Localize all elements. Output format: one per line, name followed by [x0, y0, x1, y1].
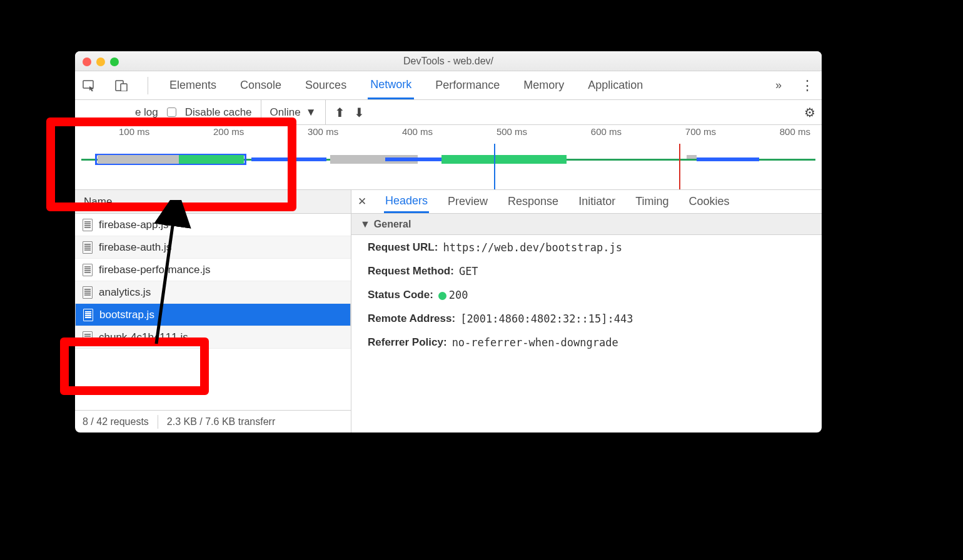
request-name: firebase-performance.js	[99, 264, 211, 276]
kv-value: 200	[438, 289, 468, 301]
kv-remote-address: Remote Address:[2001:4860:4802:32::15]:4…	[368, 312, 805, 325]
status-bar: 8 / 42 requests 2.3 KB / 7.6 KB transfer…	[75, 410, 351, 432]
tab-elements[interactable]: Elements	[167, 72, 219, 98]
request-name: firebase-app.js	[99, 219, 169, 231]
tick-label: 100 ms	[119, 126, 149, 137]
file-icon	[83, 264, 93, 276]
svg-rect-0	[83, 81, 93, 88]
request-name: firebase-auth.js	[99, 241, 171, 254]
throttle-select[interactable]: Online ▼	[261, 100, 326, 124]
window-titlebar: DevTools - web.dev/	[75, 51, 822, 71]
disable-cache-checkbox[interactable]	[167, 108, 176, 117]
detail-pane: ✕ Headers Preview Response Initiator Tim…	[351, 190, 822, 432]
upload-har-icon[interactable]: ⬆	[335, 105, 345, 120]
chevron-down-icon: ▼	[306, 106, 316, 119]
tick-label: 200 ms	[213, 126, 244, 137]
svg-rect-2	[121, 84, 127, 91]
request-row[interactable]: firebase-auth.js	[75, 236, 351, 259]
kv-key: Request URL:	[368, 241, 438, 254]
kv-referrer-policy: Referrer Policy:no-referrer-when-downgra…	[368, 336, 805, 349]
general-kv-list: Request URL:https://web.dev/bootstrap.js…	[351, 235, 822, 355]
kv-key: Remote Address:	[368, 312, 455, 325]
request-row[interactable]: analytics.js	[75, 281, 351, 304]
status-requests: 8 / 42 requests	[83, 416, 149, 428]
overview-timeline[interactable]: 100 ms 200 ms 300 ms 400 ms 500 ms 600 m…	[75, 125, 822, 190]
file-icon	[83, 309, 93, 321]
detail-tab-headers[interactable]: Headers	[384, 191, 429, 213]
device-toolbar-icon[interactable]	[115, 80, 129, 91]
request-row-selected[interactable]: bootstrap.js	[75, 304, 351, 326]
request-name: bootstrap.js	[99, 309, 154, 321]
kv-request-url: Request URL:https://web.dev/bootstrap.js	[368, 241, 805, 254]
detail-tab-bar: ✕ Headers Preview Response Initiator Tim…	[351, 190, 822, 214]
maximize-window-icon[interactable]	[110, 58, 119, 66]
file-icon	[83, 241, 93, 254]
download-har-icon[interactable]: ⬇	[354, 105, 365, 120]
gear-icon[interactable]: ⚙	[804, 105, 815, 120]
close-window-icon[interactable]	[83, 58, 91, 66]
tick-label: 800 ms	[780, 126, 810, 137]
network-toolbar: ●●●●●●● e log Disable cache Online ▼ ⬆ ⬇…	[75, 100, 822, 125]
window-title: DevTools - web.dev/	[403, 56, 493, 67]
kv-request-method: Request Method:GET	[368, 265, 805, 278]
status-transfer: 2.3 KB / 7.6 KB transferr	[167, 416, 275, 428]
disable-cache-label: Disable cache	[185, 106, 252, 119]
request-name: analytics.js	[99, 286, 151, 299]
kv-value: GET	[459, 265, 478, 278]
tab-application[interactable]: Application	[585, 72, 645, 98]
tab-performance[interactable]: Performance	[433, 72, 502, 98]
chevron-down-icon: ▼	[360, 219, 370, 230]
file-icon	[83, 219, 93, 231]
request-list: firebase-app.js firebase-auth.js firebas…	[75, 214, 351, 410]
throttle-value: Online	[270, 106, 301, 119]
file-icon	[83, 331, 93, 344]
tab-sources[interactable]: Sources	[303, 72, 349, 98]
kv-key: Referrer Policy:	[368, 336, 447, 349]
minimize-window-icon[interactable]	[96, 58, 105, 66]
status-dot-icon	[438, 292, 446, 300]
detail-tab-timing[interactable]: Timing	[634, 191, 670, 212]
close-detail-icon[interactable]: ✕	[358, 195, 366, 208]
kv-key: Request Method:	[368, 265, 454, 278]
request-name: chunk-4c1b4111.js	[99, 331, 188, 344]
name-column-header[interactable]: Name	[75, 190, 351, 214]
tick-label: 700 ms	[685, 126, 716, 137]
request-list-pane: Name firebase-app.js firebase-auth.js fi…	[75, 190, 351, 432]
detail-tab-preview[interactable]: Preview	[446, 191, 489, 212]
request-row[interactable]: chunk-4c1b4111.js	[75, 326, 351, 349]
request-row[interactable]: firebase-app.js	[75, 214, 351, 236]
inspect-element-icon[interactable]	[83, 80, 96, 91]
tab-memory[interactable]: Memory	[521, 72, 567, 98]
tick-row: 100 ms 200 ms 300 ms 400 ms 500 ms 600 m…	[75, 125, 822, 137]
kv-status-code: Status Code:200	[368, 289, 805, 301]
tick-label: 300 ms	[308, 126, 338, 137]
traffic-lights	[83, 58, 119, 66]
detail-tab-cookies[interactable]: Cookies	[688, 191, 731, 212]
main-tab-bar: Elements Console Sources Network Perform…	[75, 71, 822, 100]
kv-key: Status Code:	[368, 289, 433, 301]
kv-value: no-referrer-when-downgrade	[452, 336, 618, 349]
detail-tab-initiator[interactable]: Initiator	[577, 191, 617, 212]
more-tabs-icon[interactable]: »	[775, 79, 782, 92]
detail-tab-response[interactable]: Response	[507, 191, 560, 212]
tab-network[interactable]: Network	[368, 72, 414, 99]
tab-console[interactable]: Console	[238, 72, 284, 98]
devtools-window: DevTools - web.dev/ Elements Console Sou…	[75, 51, 822, 432]
overview-chart	[75, 144, 822, 189]
kv-value: [2001:4860:4802:32::15]:443	[460, 312, 633, 325]
section-title: General	[374, 219, 411, 230]
tick-label: 400 ms	[402, 126, 433, 137]
tick-label: 600 ms	[591, 126, 622, 137]
general-section-header[interactable]: ▼ General	[351, 214, 822, 235]
preserve-log-label: e log	[135, 106, 158, 119]
kv-value: https://web.dev/bootstrap.js	[443, 241, 622, 254]
request-row[interactable]: firebase-performance.js	[75, 259, 351, 281]
tick-label: 500 ms	[497, 126, 527, 137]
file-icon	[83, 286, 93, 299]
settings-kebab-icon[interactable]: ⋮	[800, 78, 814, 94]
